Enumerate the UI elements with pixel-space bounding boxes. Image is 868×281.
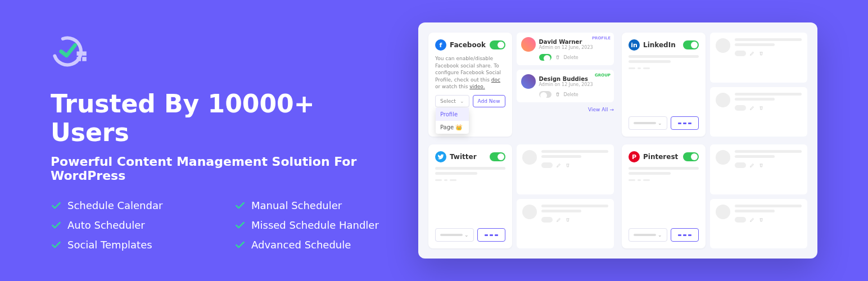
pencil-icon	[749, 217, 755, 223]
svg-rect-2	[82, 52, 87, 56]
pinterest-settings-card: P Pinterest ⌄	[622, 144, 706, 248]
chevron-down-icon: ⌄	[658, 120, 662, 126]
toggle-skeleton	[735, 217, 746, 223]
type-select[interactable]: ⌄	[435, 228, 474, 242]
feature-label: Schedule Calendar	[67, 200, 162, 211]
linkedin-icon: in	[629, 39, 640, 51]
twitter-settings-card: Twitter ⌄	[428, 144, 512, 248]
check-icon	[234, 200, 246, 211]
add-new-button[interactable]	[477, 228, 505, 242]
trash-icon	[555, 55, 560, 60]
pencil-icon	[556, 162, 562, 168]
view-all-link[interactable]: View All →	[517, 107, 614, 112]
profile-card: PROFILE David Warner Admin on 12 June, 2…	[517, 33, 614, 65]
video-link[interactable]: video.	[469, 84, 485, 89]
trash-icon	[565, 217, 571, 223]
type-select[interactable]: ⌄	[629, 116, 667, 130]
feature-item: Advanced Schedule	[234, 239, 396, 251]
feature-list: Schedule Calendar Manual Scheduler Auto …	[51, 200, 396, 251]
check-icon	[51, 220, 62, 231]
chevron-down-icon: ⌄	[464, 232, 469, 238]
twitter-toggle[interactable]	[490, 152, 505, 161]
pencil-icon	[749, 162, 755, 168]
facebook-toggle[interactable]	[490, 40, 505, 49]
avatar-skeleton	[716, 93, 730, 107]
avatar-skeleton	[522, 205, 537, 219]
dropdown-option-profile[interactable]: Profile	[436, 108, 469, 121]
delete-button[interactable]: Delete	[564, 92, 578, 97]
desc-text: or watch this	[435, 84, 469, 89]
facebook-description: You can enable/disable Facebook social s…	[435, 55, 505, 90]
dropdown-option-page[interactable]: Page 👑	[436, 121, 469, 134]
trash-icon	[555, 92, 560, 97]
svg-rect-3	[77, 57, 82, 61]
crown-icon: 👑	[455, 124, 462, 130]
linkedin-title: LinkedIn	[643, 41, 680, 49]
feature-item: Manual Scheduler	[234, 200, 396, 211]
trash-icon	[758, 162, 764, 168]
avatar	[521, 74, 536, 89]
feature-item: Schedule Calendar	[51, 200, 212, 211]
pinterest-title: Pinterest	[643, 153, 680, 161]
pinterest-icon: P	[629, 151, 640, 162]
hero-title: Trusted By 10000+ Users	[51, 89, 396, 147]
feature-label: Auto Scheduler	[67, 219, 145, 231]
avatar	[521, 37, 536, 52]
trash-icon	[758, 105, 764, 111]
twitter-icon	[435, 151, 446, 162]
feature-label: Missed Schedule Handler	[251, 219, 379, 231]
profile-skeleton	[710, 33, 808, 83]
group-badge: GROUP	[595, 73, 611, 78]
facebook-settings-card: f Facebook You can enable/disable Facebo…	[428, 33, 512, 137]
trash-icon	[758, 217, 764, 223]
profile-skeleton	[517, 144, 614, 194]
feature-item: Social Templates	[51, 239, 212, 251]
svg-rect-1	[77, 52, 82, 56]
profile-toggle[interactable]	[539, 54, 551, 61]
toggle-skeleton	[541, 217, 553, 223]
linkedin-toggle[interactable]	[683, 40, 699, 49]
add-new-button[interactable]	[671, 116, 699, 130]
facebook-title: Facebook	[450, 41, 486, 49]
twitter-title: Twitter	[450, 153, 486, 161]
trash-icon	[758, 51, 764, 56]
check-icon	[51, 200, 62, 211]
toggle-skeleton	[541, 162, 553, 168]
facebook-panel: f Facebook You can enable/disable Facebo…	[428, 33, 614, 137]
add-new-button[interactable]	[671, 228, 699, 242]
linkedin-settings-card: in LinkedIn ⌄	[622, 33, 706, 137]
profile-skeleton	[517, 199, 614, 249]
delete-button[interactable]: Delete	[564, 55, 578, 60]
add-new-button[interactable]: Add New	[473, 95, 505, 107]
user-meta: Admin on 12 June, 2023	[539, 45, 593, 50]
profile-card: GROUP Design Buddies Admin on 12 June, 2…	[517, 70, 614, 102]
feature-item: Missed Schedule Handler	[234, 219, 396, 231]
product-logo	[51, 30, 93, 72]
type-select[interactable]: ⌄	[629, 228, 667, 242]
select-dropdown: Profile Page 👑	[436, 108, 469, 134]
select-label: Select	[440, 98, 456, 104]
avatar-skeleton	[522, 150, 537, 165]
user-name: David Warner	[539, 39, 593, 45]
profile-skeleton	[710, 144, 808, 194]
avatar-skeleton	[716, 205, 730, 219]
check-icon	[234, 220, 246, 231]
pinterest-toggle[interactable]	[683, 152, 699, 161]
twitter-panel: Twitter ⌄	[428, 144, 614, 248]
svg-rect-4	[82, 57, 87, 61]
profile-badge: PROFILE	[592, 36, 611, 40]
pencil-icon	[749, 51, 755, 56]
dashboard-preview: f Facebook You can enable/disable Facebo…	[418, 22, 817, 259]
pencil-icon	[556, 217, 562, 223]
profile-toggle[interactable]	[539, 91, 551, 98]
profile-skeleton	[710, 199, 808, 249]
type-select[interactable]: Select ⌄ Profile Page 👑	[435, 95, 469, 107]
doc-link[interactable]: doc	[491, 77, 500, 83]
linkedin-panel: in LinkedIn ⌄	[622, 33, 807, 137]
check-icon	[51, 239, 62, 251]
arrow-right-icon: →	[609, 107, 614, 112]
profile-skeleton	[710, 87, 808, 137]
check-icon	[234, 239, 246, 251]
chevron-down-icon: ⌄	[658, 232, 662, 238]
avatar-skeleton	[716, 38, 730, 53]
